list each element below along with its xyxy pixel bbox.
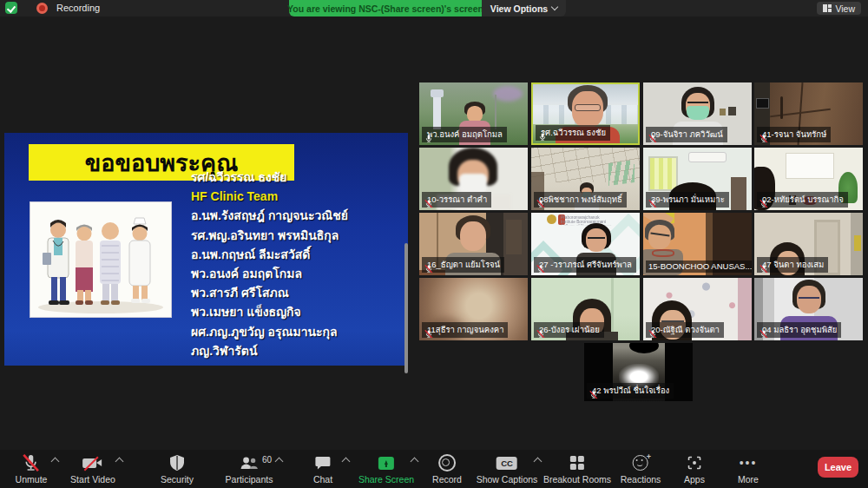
participant-tile-waraporn[interactable]: Praboromarajchanok Institute Boromarajon… — [531, 213, 640, 275]
video-muted-icon — [82, 457, 103, 470]
participant-tile-phitchaka[interactable]: 08พิชชากา พงษ์สัมฤทธิ์ — [531, 148, 640, 210]
participant-name: 11สุธีรา กาญจนคงคา — [427, 323, 503, 336]
participant-tile-rojana[interactable]: 41-รจนา จันทรักษ์ — [754, 82, 863, 145]
person-glasses — [588, 237, 605, 243]
viewing-banner: You are viewing NSC-(Share screen)'s scr… — [289, 0, 482, 16]
slide-line: พว.สารภี ศรีโสภณ — [191, 283, 404, 302]
participant-tile-janjira[interactable]: 09-จันจิรา ภควิวัฒน์ — [643, 82, 752, 145]
participant-name-label: พว.อนงค์ อมฤตโกมล — [422, 127, 507, 142]
record-label: Record — [432, 474, 462, 485]
participant-tile-bangon[interactable]: 26-บังอร เผ่าน้อย — [531, 278, 640, 340]
slide-line: HF Clinic Team — [191, 187, 404, 206]
bookshelf-shape — [731, 177, 746, 210]
participant-name: 26-บังอร เผ่าน้อย — [539, 323, 600, 336]
participant-tile-pornnapa[interactable]: 39-พรนภา มั่นเหมาะ — [643, 148, 752, 210]
person-glasses — [575, 104, 601, 111]
slide-line: ผศ.ภญ.ภูขวัญ อรุณมานะกุล — [191, 322, 404, 341]
slide-line: รศ.พญ.อรินทยา พรหมินธิกุล — [191, 226, 404, 245]
blossom-shape — [493, 86, 523, 102]
security-label: Security — [161, 474, 194, 485]
participant-name-label: 09-จันจิรา ภควิวัฒน์ — [646, 127, 727, 142]
participant-tile-wanna[interactable]: 10-วรรณา ตำคำ — [419, 148, 528, 210]
participant-name: 27 -วราภรณ์ ศรีจันทร์พาล — [539, 258, 632, 271]
more-icon: ••• — [740, 458, 758, 467]
start-video-button[interactable]: Start Video — [70, 454, 115, 485]
record-button[interactable]: Record — [432, 454, 462, 485]
air-conditioner-shape — [688, 152, 727, 162]
participant-name-label: 08พิชชากา พงษ์สัมฤทธิ์ — [534, 192, 627, 208]
slide-line: อ.นพ.กฤษณ์ ลีมะสวัสดิ์ — [191, 245, 404, 264]
hanging-object-shape — [854, 235, 861, 251]
participant-tile-boonchoo[interactable]: 15-BOONCHOO ANUSAS... — [643, 213, 752, 275]
leave-button[interactable]: Leave — [818, 457, 858, 478]
shield-icon — [170, 454, 184, 472]
unmute-chevron[interactable] — [51, 458, 60, 466]
participant-tile-pornpawee[interactable]: 42 พรปวีณ์ ชื่นใจเรื่อง — [584, 343, 693, 401]
captions-icon: CC — [496, 457, 517, 470]
participant-tile-hathairat[interactable]: 02-หทัยรัตน์ บรรณากิจ — [754, 148, 863, 210]
participant-name: 09-จันจิรา ภควิวัฒน์ — [651, 128, 723, 141]
participant-name: 39-พรนภา มั่นเหมาะ — [651, 193, 725, 206]
breakout-rooms-label: Breakout Rooms — [543, 474, 611, 485]
apps-button[interactable]: Apps — [684, 454, 705, 485]
participant-name-label: 11สุธีรา กาญจนคงคา — [422, 322, 508, 338]
wall-lettering-shape — [608, 160, 635, 186]
meeting-toolbar: Unmute Start Video Security Participants — [0, 450, 868, 488]
face-mask — [687, 106, 709, 120]
encryption-shield-icon — [5, 2, 17, 14]
participant-name-label: 39-พรนภา มั่นเหมาะ — [646, 192, 729, 208]
start-video-chevron[interactable] — [115, 458, 124, 466]
chat-button[interactable]: Chat — [313, 454, 332, 485]
unmute-button[interactable]: Unmute — [16, 454, 48, 485]
participant-tile-anong[interactable]: พว.อนงค์ อมฤตโกมล — [419, 82, 528, 145]
breakout-rooms-button[interactable]: Breakout Rooms — [543, 454, 611, 485]
shelf-shape — [506, 220, 522, 254]
participant-name-label: 10-วรรณา ตำคำ — [422, 192, 491, 208]
participant-name-label: 26-บังอร เผ่าน้อย — [534, 322, 604, 338]
breakout-rooms-icon — [570, 456, 584, 470]
wall-frame-shape — [728, 107, 736, 115]
view-options-label: View Options — [490, 3, 548, 14]
tv-shape — [756, 98, 769, 109]
participant-name-label: 42 พรปวีณ์ ชื่นใจเรื่อง — [587, 383, 674, 399]
headphones-shape — [652, 249, 674, 257]
recording-icon — [36, 3, 48, 14]
slide-line: พว.เมษยา แข็งธญกิจ — [191, 302, 404, 321]
participant-name: 42 พรปวีณ์ ชื่นใจเรื่อง — [592, 384, 669, 397]
participant-tile-thanyada[interactable]: 16_ธัญดา แย้มโรจน์ — [419, 213, 528, 275]
tower-shape — [433, 93, 441, 129]
lamp-post-shape — [495, 95, 496, 129]
participant-name: รศ.ฉวีวรรณ ธงชัย — [541, 126, 606, 139]
slide-line: พว.อนงค์ อมฤตโกมล — [191, 264, 404, 283]
participants-chevron[interactable] — [275, 458, 284, 466]
chat-label: Chat — [313, 474, 332, 485]
view-options-button[interactable]: View Options — [482, 0, 566, 16]
participant-name-label: 04 มลธิรา อุดชุมพิสัย — [757, 322, 841, 338]
slide-line: รศ/ฉวีวรรณ ธงชัย — [191, 168, 404, 187]
curtain-band-shape — [738, 278, 752, 340]
chat-chevron[interactable] — [342, 458, 351, 466]
show-captions-button[interactable]: CC Show Captions — [477, 454, 538, 485]
participant-tile-chaweewan-active-speaker[interactable]: รศ.ฉวีวรรณ ธงชัย — [531, 82, 640, 145]
tower-top-shape — [431, 89, 444, 97]
share-screen-button[interactable]: Share Screen — [358, 454, 414, 485]
show-captions-label: Show Captions — [477, 474, 538, 485]
participant-tile-sutheera[interactable]: 11สุธีรา กาญจนคงคา — [419, 278, 528, 340]
participant-tile-natthinee[interactable]: 20-ณัฐิณี ตวงจันตา — [643, 278, 752, 340]
participant-tile-jinda[interactable]: 47 จินดา ทองเสม — [754, 213, 863, 275]
chevron-down-icon — [551, 3, 558, 10]
security-button[interactable]: Security — [161, 454, 194, 485]
recording-label: Recording — [56, 3, 100, 13]
wall-frame-shape — [720, 109, 726, 115]
participant-tile-monthira[interactable]: 04 มลธิรา อุดชุมพิสัย — [754, 278, 863, 340]
participant-name-label: 02-หทัยรัตน์ บรรณากิจ — [757, 192, 848, 208]
view-button[interactable]: View — [817, 2, 861, 15]
reactions-icon: + — [633, 455, 648, 471]
participant-name-label: 16_ธัญดา แย้มโรจน์ — [422, 257, 504, 273]
reactions-button[interactable]: + Reactions — [621, 454, 661, 485]
more-button[interactable]: ••• More — [738, 454, 759, 485]
participant-name-label: 41-รจนา จันทรักษ์ — [757, 127, 831, 142]
participant-name: 15-BOONCHOO ANUSAS... — [648, 261, 752, 271]
slide-scrollbar[interactable] — [404, 243, 408, 373]
participants-label: Participants — [226, 474, 273, 485]
